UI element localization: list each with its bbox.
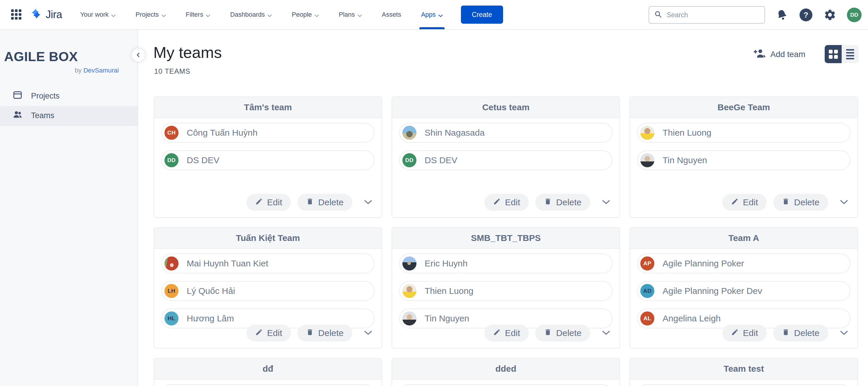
chevron-down-icon	[602, 199, 610, 205]
member-name: Tin Nguyen	[425, 314, 469, 323]
team-members-list	[154, 380, 382, 386]
add-person-icon	[753, 48, 766, 60]
jira-logo[interactable]: Jira	[30, 8, 62, 21]
team-member-row[interactable]: LH Lý Quốc Hải	[161, 281, 375, 301]
expand-team-button[interactable]	[600, 330, 612, 336]
member-avatar: AD	[640, 284, 654, 298]
sidebar: AGILE BOX by DevSamurai Projects Team	[0, 30, 138, 386]
member-photo-avatar	[640, 153, 654, 167]
edit-team-button[interactable]: Edit	[246, 325, 291, 342]
chevron-down-icon	[602, 330, 610, 336]
team-members-list: Mai Huynh Tuan Kiet LH Lý Quốc Hải HL Hư…	[154, 249, 382, 328]
team-member-row[interactable]	[637, 384, 850, 386]
delete-team-button[interactable]: Delete	[773, 194, 828, 211]
primary-nav: Your work Projects Filters Dashboards	[80, 0, 443, 29]
member-avatar: DD	[402, 153, 416, 167]
help-icon[interactable]: ?	[799, 8, 813, 22]
jira-logo-text: Jira	[45, 8, 62, 21]
search-input[interactable]	[666, 11, 759, 19]
member-name: Eric Huynh	[425, 258, 468, 268]
nav-item-filters[interactable]: Filters	[186, 0, 210, 29]
delete-team-button[interactable]: Delete	[535, 194, 590, 211]
team-member-row[interactable]	[161, 384, 375, 386]
team-member-row[interactable]: DD DS DEV	[399, 150, 613, 170]
team-card: Cetus team Shin Nagasada DD DS DEV Edit	[392, 96, 620, 218]
devsamurai-link[interactable]: DevSamurai	[84, 67, 119, 74]
member-avatar: HL	[164, 312, 179, 325]
add-team-button[interactable]: Add team	[751, 48, 807, 61]
list-view-icon[interactable]	[842, 45, 859, 63]
app-name: AGILE BOX	[0, 30, 137, 64]
team-member-row[interactable]: DD DS DEV	[161, 150, 375, 170]
notifications-bell-icon[interactable]	[775, 8, 789, 22]
member-name: Hương Lâm	[187, 314, 234, 323]
projects-icon	[12, 90, 23, 102]
app-switcher-icon[interactable]	[11, 9, 22, 20]
pencil-icon	[493, 328, 501, 338]
team-member-row[interactable]: AP Agile Planning Poker	[637, 254, 850, 274]
chevron-down-icon	[161, 11, 166, 19]
team-card: SMB_TBT_TBPS Eric Huynh Thien Luong Tin …	[392, 227, 620, 349]
member-name: DS DEV	[425, 155, 457, 165]
chevron-down-icon	[206, 11, 210, 19]
nav-item-your-work[interactable]: Your work	[80, 0, 116, 29]
edit-team-button[interactable]: Edit	[484, 194, 529, 211]
team-member-row[interactable]: CH Công Tuấn Huỳnh	[161, 123, 375, 143]
trash-icon	[544, 328, 552, 338]
pencil-icon	[255, 197, 263, 207]
member-name: Thien Luong	[425, 286, 473, 296]
team-member-row[interactable]	[399, 384, 613, 386]
chevron-down-icon	[840, 199, 848, 205]
trash-icon	[782, 197, 789, 207]
trash-icon	[306, 197, 314, 207]
user-avatar[interactable]: DD	[847, 8, 862, 22]
page-title: My teams	[153, 43, 222, 61]
nav-item-projects[interactable]: Projects	[135, 0, 166, 29]
delete-team-button[interactable]: Delete	[297, 194, 352, 211]
team-members-list: CH Công Tuấn Huỳnh DD DS DEV	[154, 118, 382, 170]
search-icon	[654, 10, 662, 19]
settings-gear-icon[interactable]	[823, 8, 837, 22]
chevron-down-icon	[315, 11, 319, 19]
team-members-list: Thien Luong Tin Nguyen	[630, 118, 858, 170]
pencil-icon	[731, 328, 739, 338]
delete-team-button[interactable]: Delete	[297, 325, 352, 342]
team-member-row[interactable]: AD Agile Planning Poker Dev	[637, 281, 850, 301]
team-member-row[interactable]: Thien Luong	[399, 281, 613, 301]
nav-item-plans[interactable]: Plans	[339, 0, 362, 29]
delete-team-button[interactable]: Delete	[535, 325, 590, 342]
team-card-title: SMB_TBT_TBPS	[471, 233, 540, 243]
team-member-row[interactable]: Thien Luong	[637, 123, 850, 143]
edit-team-button[interactable]: Edit	[722, 194, 767, 211]
expand-team-button[interactable]	[838, 199, 850, 206]
sidebar-item-teams[interactable]: Teams	[0, 106, 137, 126]
team-member-row[interactable]: Eric Huynh	[399, 254, 613, 274]
member-photo-avatar	[402, 256, 416, 270]
expand-team-button[interactable]	[600, 199, 612, 206]
search-box[interactable]	[649, 6, 765, 24]
expand-team-button[interactable]	[362, 330, 374, 336]
chevron-down-icon	[438, 11, 443, 19]
sidebar-collapse-button[interactable]	[131, 48, 146, 62]
nav-item-people[interactable]: People	[292, 0, 319, 29]
nav-item-apps[interactable]: Apps	[421, 0, 443, 29]
sidebar-item-projects[interactable]: Projects	[0, 86, 137, 106]
team-card: Tuấn Kiệt Team Mai Huynh Tuan Kiet LH Lý…	[154, 227, 382, 349]
edit-team-button[interactable]: Edit	[484, 325, 529, 342]
view-toggle	[825, 45, 859, 63]
member-avatar: CH	[164, 126, 179, 140]
grid-view-icon[interactable]	[825, 45, 842, 63]
create-button[interactable]: Create	[461, 5, 503, 24]
delete-team-button[interactable]: Delete	[773, 325, 828, 342]
nav-item-dashboards[interactable]: Dashboards	[230, 0, 272, 29]
edit-team-button[interactable]: Edit	[722, 325, 767, 342]
chevron-down-icon	[268, 11, 272, 19]
expand-team-button[interactable]	[362, 199, 374, 206]
nav-item-assets[interactable]: Assets	[382, 0, 401, 29]
team-members-list: AP Agile Planning Poker AD Agile Plannin…	[630, 249, 858, 328]
team-member-row[interactable]: Tin Nguyen	[637, 150, 850, 170]
expand-team-button[interactable]	[838, 330, 850, 336]
team-member-row[interactable]: Mai Huynh Tuan Kiet	[161, 254, 375, 274]
edit-team-button[interactable]: Edit	[246, 194, 291, 211]
team-member-row[interactable]: Shin Nagasada	[399, 123, 613, 143]
